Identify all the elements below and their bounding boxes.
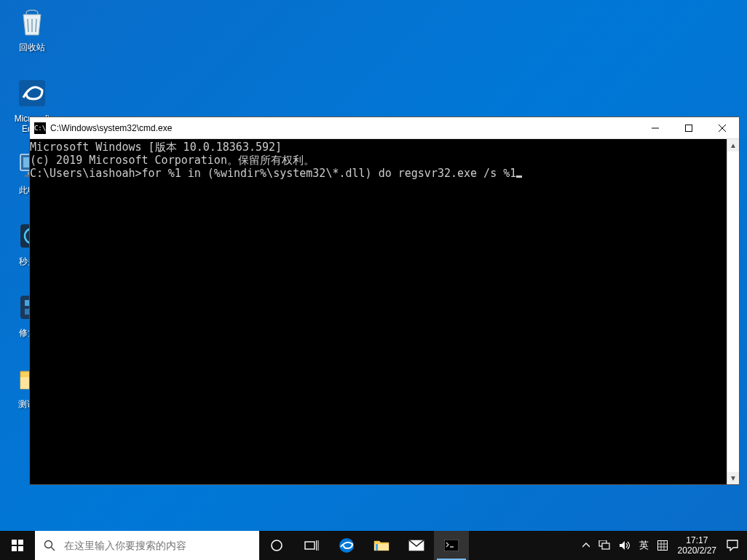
speaker-icon (619, 540, 631, 551)
svg-rect-28 (657, 541, 667, 551)
tray-volume[interactable] (614, 531, 635, 560)
window-title: C:\Windows\system32\cmd.exe (50, 123, 639, 133)
cmd-icon: C:\ (34, 122, 46, 134)
recycle-bin-icon (15, 4, 50, 39)
ime-pad-icon (657, 540, 668, 551)
tray-ime-pad[interactable] (653, 531, 672, 560)
close-button[interactable] (706, 117, 739, 138)
minimize-button[interactable] (639, 117, 672, 138)
svg-rect-20 (305, 542, 315, 549)
window-controls (639, 117, 739, 138)
cortana-button[interactable] (259, 531, 294, 560)
windows-logo-icon (12, 540, 23, 551)
desktop-icon-recycle-bin[interactable]: 回收站 (4, 4, 60, 52)
svg-rect-13 (686, 125, 692, 131)
taskbar-cmd[interactable] (434, 531, 469, 560)
svg-rect-27 (602, 543, 609, 549)
tray-ime[interactable]: 英 (635, 531, 653, 560)
search-box[interactable] (35, 531, 259, 560)
scroll-up-icon[interactable]: ▲ (727, 139, 739, 151)
system-tray: 英 17:17 2020/2/27 (578, 531, 747, 560)
notification-icon (727, 540, 738, 551)
desktop-icon-label: 回收站 (4, 42, 60, 52)
folder-icon (374, 539, 390, 552)
edge-icon (15, 76, 50, 111)
svg-point-18 (45, 541, 52, 548)
mail-icon (408, 540, 424, 551)
taskbar-edge[interactable] (329, 531, 364, 560)
maximize-button[interactable] (672, 117, 706, 138)
start-button[interactable] (0, 531, 35, 560)
network-icon (598, 540, 610, 551)
titlebar[interactable]: C:\ C:\Windows\system32\cmd.exe (30, 117, 739, 139)
svg-rect-15 (18, 540, 23, 545)
svg-point-19 (272, 540, 282, 551)
taskbar: 英 17:17 2020/2/27 (0, 531, 747, 560)
task-view-icon (304, 540, 319, 551)
search-input[interactable] (64, 540, 250, 551)
svg-rect-17 (18, 546, 23, 551)
edge-icon (338, 537, 355, 554)
scroll-thumb[interactable] (727, 151, 739, 472)
taskbar-clock[interactable]: 17:17 2020/2/27 (672, 535, 722, 556)
tray-overflow-button[interactable] (578, 531, 594, 560)
taskbar-apps (259, 531, 469, 560)
cmd-body: Microsoft Windows [版本 10.0.18363.592](c)… (30, 139, 739, 484)
tray-network[interactable] (594, 531, 614, 560)
svg-rect-14 (12, 540, 17, 545)
clock-date: 2020/2/27 (678, 545, 716, 556)
cmd-output[interactable]: Microsoft Windows [版本 10.0.18363.592](c)… (30, 139, 727, 484)
svg-rect-16 (12, 546, 17, 551)
cmd-window[interactable]: C:\ C:\Windows\system32\cmd.exe Microsof… (29, 117, 740, 485)
action-center-button[interactable] (722, 531, 743, 560)
svg-rect-25 (444, 540, 459, 551)
search-icon (44, 540, 55, 551)
scrollbar[interactable]: ▲ ▼ (727, 139, 739, 484)
svg-rect-23 (376, 544, 378, 551)
taskbar-mail[interactable] (399, 531, 434, 560)
taskbar-spacer (469, 531, 578, 560)
taskbar-explorer[interactable] (364, 531, 399, 560)
scroll-down-icon[interactable]: ▼ (727, 472, 739, 484)
clock-time: 17:17 (678, 535, 716, 545)
terminal-icon (444, 540, 459, 551)
cortana-icon (270, 539, 283, 552)
chevron-up-icon (582, 542, 590, 549)
task-view-button[interactable] (294, 531, 329, 560)
